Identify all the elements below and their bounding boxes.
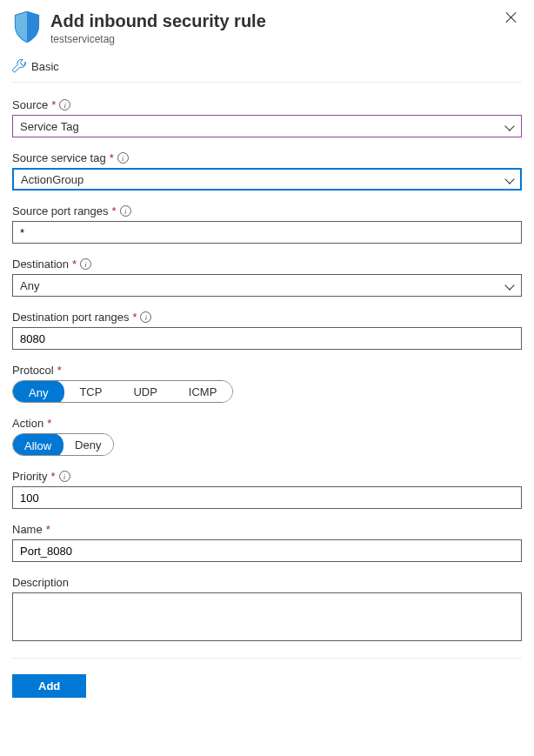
field-description: Description <box>12 576 522 644</box>
info-icon[interactable]: i <box>59 471 70 482</box>
field-source-ports: Source port ranges * i <box>12 204 522 244</box>
priority-label: Priority <box>12 470 47 483</box>
field-action: Action * Allow Deny <box>12 417 522 456</box>
field-protocol: Protocol * Any TCP UDP ICMP <box>12 364 522 403</box>
service-tag-select[interactable]: ActionGroup <box>12 168 522 191</box>
service-tag-label: Source service tag <box>12 151 106 164</box>
shield-icon <box>12 10 42 43</box>
name-label: Name <box>12 523 43 536</box>
field-source: Source * i Service Tag <box>12 98 522 137</box>
dest-ports-input[interactable] <box>12 327 522 350</box>
required-asterisk: * <box>51 98 56 111</box>
destination-label: Destination <box>12 258 69 271</box>
protocol-group: Any TCP UDP ICMP <box>12 380 233 403</box>
resource-name: testservicetag <box>50 33 522 45</box>
info-icon[interactable]: i <box>80 258 91 270</box>
page-title: Add inbound security rule <box>50 10 522 31</box>
required-asterisk: * <box>110 151 114 164</box>
action-option-deny[interactable]: Deny <box>63 434 113 455</box>
toolbar: Basic <box>12 54 522 83</box>
close-icon[interactable] <box>504 10 518 24</box>
field-dest-ports: Destination port ranges * i <box>12 311 522 350</box>
action-label: Action <box>12 417 43 430</box>
protocol-option-tcp[interactable]: TCP <box>63 381 117 402</box>
field-priority: Priority * i <box>12 470 522 509</box>
field-name: Name * <box>12 523 522 562</box>
action-option-allow[interactable]: Allow <box>12 433 63 456</box>
dest-ports-label: Destination port ranges <box>12 311 129 324</box>
required-asterisk: * <box>72 258 77 271</box>
name-input[interactable] <box>12 539 522 562</box>
required-asterisk: * <box>50 470 55 483</box>
required-asterisk: * <box>57 364 62 377</box>
priority-input[interactable] <box>12 486 522 509</box>
add-button[interactable]: Add <box>12 674 86 698</box>
protocol-option-any[interactable]: Any <box>12 380 64 403</box>
field-destination: Destination * i Any <box>12 258 522 297</box>
required-asterisk: * <box>47 417 51 430</box>
basic-toggle[interactable]: Basic <box>31 60 59 73</box>
wrench-icon <box>12 59 26 73</box>
info-icon[interactable]: i <box>120 205 131 217</box>
source-select[interactable]: Service Tag <box>12 115 522 137</box>
info-icon[interactable]: i <box>140 311 151 323</box>
description-label: Description <box>12 576 69 589</box>
required-asterisk: * <box>132 311 137 324</box>
info-icon[interactable]: i <box>59 99 70 110</box>
footer-divider <box>12 658 522 659</box>
field-service-tag: Source service tag * i ActionGroup <box>12 151 522 191</box>
action-group: Allow Deny <box>12 433 114 456</box>
protocol-option-icmp[interactable]: ICMP <box>173 381 233 402</box>
source-label: Source <box>12 98 48 111</box>
required-asterisk: * <box>46 523 50 536</box>
protocol-option-udp[interactable]: UDP <box>117 381 172 402</box>
protocol-label: Protocol <box>12 364 54 377</box>
source-ports-input[interactable] <box>12 221 522 244</box>
form-body: Source * i Service Tag Source service ta… <box>12 83 522 644</box>
required-asterisk: * <box>112 204 117 217</box>
source-ports-label: Source port ranges <box>12 204 109 217</box>
destination-select[interactable]: Any <box>12 274 522 297</box>
description-input[interactable] <box>12 592 522 641</box>
info-icon[interactable]: i <box>117 152 129 164</box>
panel-header: Add inbound security rule testservicetag <box>12 7 522 54</box>
